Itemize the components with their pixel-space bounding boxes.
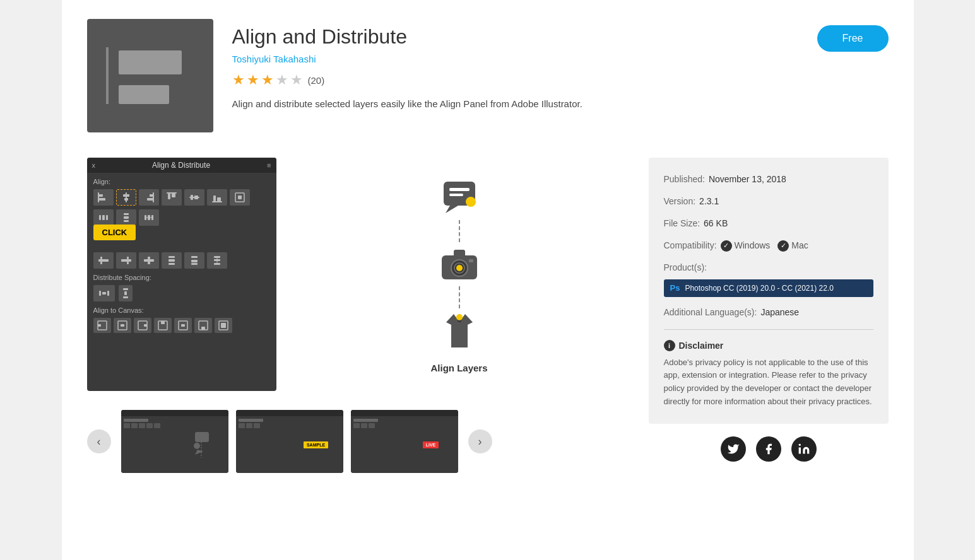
- svg-rect-35: [127, 257, 129, 259]
- svg-rect-73: [449, 194, 463, 196]
- align-top-btn[interactable]: [162, 189, 182, 206]
- lang-value: Japanese: [760, 306, 799, 319]
- author-link[interactable]: Toshiyuki Takahashi: [232, 54, 798, 64]
- canvas-btn-1[interactable]: [93, 318, 111, 333]
- free-button[interactable]: Free: [817, 25, 889, 52]
- canvas-btn-3[interactable]: [134, 318, 151, 333]
- dist-v-3-btn[interactable]: [184, 252, 204, 269]
- facebook-icon[interactable]: [756, 436, 781, 462]
- svg-rect-31: [98, 259, 109, 262]
- thumb-prev-button[interactable]: ‹: [87, 429, 111, 453]
- canvas-btn-2[interactable]: [114, 318, 131, 333]
- dist-v-4-btn[interactable]: [207, 252, 227, 269]
- svg-rect-10: [172, 194, 175, 197]
- thumbnail-1[interactable]: [121, 410, 228, 473]
- lang-label: Additional Language(s):: [664, 306, 757, 319]
- lang-row: Additional Language(s): Japanese: [664, 306, 873, 319]
- published-label: Published:: [664, 173, 705, 186]
- compat-windows: ✓ Windows: [721, 239, 771, 252]
- svg-rect-66: [181, 324, 185, 327]
- disclaimer-section: i Disclaimer Adobe's privacy policy is n…: [664, 340, 873, 409]
- svg-rect-60: [121, 324, 124, 327]
- svg-rect-16: [217, 197, 221, 201]
- svg-rect-53: [102, 292, 106, 295]
- product-badge: Ps Photoshop CC (2019) 20.0 - CC (2021) …: [664, 279, 873, 297]
- align-center-h-btn[interactable]: [116, 189, 136, 206]
- star-rating: ★ ★ ★ ★ ★: [232, 72, 303, 88]
- layers-visual: [437, 176, 482, 353]
- svg-rect-38: [148, 257, 150, 259]
- dist-v-btn[interactable]: [116, 209, 136, 226]
- mac-label: Mac: [791, 239, 808, 252]
- align-all-btn[interactable]: [230, 189, 250, 206]
- dist-h-btn[interactable]: [93, 209, 114, 226]
- distribute-row: [93, 209, 159, 226]
- align-btn-7[interactable]: [93, 252, 114, 269]
- products-row: Product(s): Ps Photoshop CC (2019) 20.0 …: [664, 261, 873, 297]
- svg-rect-52: [107, 291, 109, 296]
- dist-equal-h-btn[interactable]: [139, 209, 159, 226]
- spacing-h-btn[interactable]: [93, 285, 115, 301]
- svg-rect-14: [189, 197, 199, 198]
- sample-badge: SAMPLE: [304, 441, 328, 448]
- disclaimer-icon: i: [664, 340, 675, 351]
- canvas-btn-7[interactable]: [215, 318, 232, 333]
- canvas-btn-5[interactable]: [174, 318, 192, 333]
- svg-rect-85: [195, 432, 209, 442]
- svg-rect-43: [191, 256, 198, 258]
- disclaimer-title: Disclaimer: [679, 341, 724, 351]
- align-bottom-btn[interactable]: [207, 189, 227, 206]
- live-badge: LIVE: [423, 441, 439, 448]
- svg-rect-70: [221, 323, 226, 328]
- thumbnail-2[interactable]: SAMPLE: [236, 410, 343, 473]
- dot-line-2: [459, 286, 460, 308]
- svg-rect-33: [100, 262, 102, 264]
- version-row: Version: 2.3.1: [664, 195, 873, 208]
- plugin-description: Align and distribute selected layers eas…: [232, 97, 798, 112]
- svg-rect-62: [144, 324, 147, 327]
- canvas-btn-4[interactable]: [154, 318, 172, 333]
- thumbnails-section: ‹: [87, 410, 630, 473]
- icon-bar: [106, 47, 109, 104]
- svg-rect-40: [168, 256, 175, 258]
- align-right-btn[interactable]: [139, 189, 159, 206]
- star-1: ★: [232, 72, 245, 88]
- page-wrapper: Align and Distribute Toshiyuki Takahashi…: [62, 0, 914, 560]
- filesize-label: File Size:: [664, 217, 700, 230]
- canvas-btn-6[interactable]: [194, 318, 212, 333]
- svg-rect-26: [145, 215, 146, 220]
- windows-check-icon: ✓: [721, 240, 732, 252]
- align-buttons-row: [93, 189, 270, 206]
- main-content: x Align & Distribute ≡ Align:: [87, 158, 889, 473]
- disclaimer-header: i Disclaimer: [664, 340, 873, 351]
- dist-v-2-btn[interactable]: [162, 252, 182, 269]
- thumb-next-button[interactable]: ›: [468, 429, 492, 453]
- twitter-icon[interactable]: [721, 436, 746, 462]
- align-label: Align:: [93, 178, 270, 185]
- thumbnail-3[interactable]: LIVE: [351, 410, 458, 473]
- svg-rect-64: [161, 321, 165, 324]
- svg-rect-24: [124, 216, 129, 219]
- linkedin-icon[interactable]: [791, 436, 817, 462]
- left-content: x Align & Distribute ≡ Align:: [87, 158, 630, 473]
- align-btn-8[interactable]: [116, 252, 136, 269]
- svg-rect-0: [98, 194, 103, 197]
- svg-point-80: [456, 265, 463, 271]
- layer-camera: [437, 242, 482, 286]
- align-middle-v-btn[interactable]: [184, 189, 204, 206]
- filesize-value: 66 KB: [704, 217, 728, 230]
- svg-rect-48: [214, 263, 220, 265]
- compat-row: Compatibility: ✓ Windows ✓ Mac: [664, 239, 873, 252]
- align-btn-9[interactable]: [139, 252, 159, 269]
- svg-rect-5: [126, 192, 127, 202]
- align-left-btn[interactable]: [93, 189, 114, 206]
- panel-title: Align & Distribute: [152, 161, 210, 170]
- svg-rect-17: [212, 201, 222, 202]
- camera-icon: [437, 242, 482, 286]
- disclaimer-text: Adobe's privacy policy is not applicable…: [664, 356, 873, 409]
- star-2: ★: [247, 72, 259, 88]
- spacing-v-btn[interactable]: [119, 285, 133, 301]
- svg-point-84: [456, 314, 463, 320]
- svg-rect-2: [98, 192, 99, 202]
- svg-rect-28: [151, 215, 153, 220]
